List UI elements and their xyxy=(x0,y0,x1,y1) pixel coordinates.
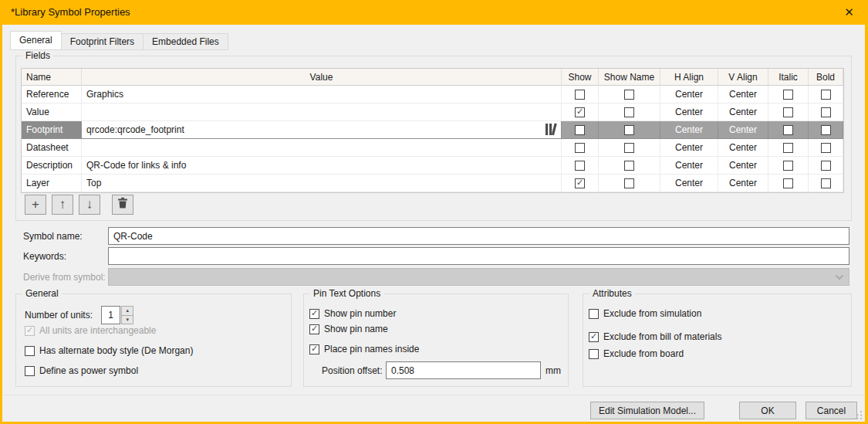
show-checkbox[interactable] xyxy=(575,161,585,171)
show-name-checkbox[interactable] xyxy=(624,178,634,188)
add-field-button[interactable]: + xyxy=(25,195,46,215)
bold-checkbox[interactable] xyxy=(821,125,831,135)
column-header-name[interactable]: Name xyxy=(22,69,82,86)
h-align-cell[interactable]: Center xyxy=(660,86,718,103)
v-align-cell[interactable]: Center xyxy=(718,121,768,139)
bold-checkbox[interactable] xyxy=(821,161,831,171)
ok-button[interactable]: OK xyxy=(739,402,796,419)
option-exclude-from-board[interactable]: Exclude from board xyxy=(589,348,684,360)
keywords-input[interactable] xyxy=(108,247,849,265)
show-name-checkbox[interactable] xyxy=(624,107,634,117)
field-name-cell[interactable]: Footprint xyxy=(22,121,82,139)
column-header-show-name[interactable]: Show Name xyxy=(599,69,660,86)
field-name-cell[interactable]: Layer xyxy=(22,175,82,192)
position-offset-value: 0.508 xyxy=(391,365,414,376)
show-name-checkbox[interactable] xyxy=(624,90,634,100)
place-pin-names-inside-checkbox[interactable] xyxy=(309,344,319,354)
column-header-value[interactable]: Value xyxy=(82,69,562,86)
field-value-cell[interactable]: qrcode:qrcode_footprint xyxy=(82,121,562,139)
show-checkbox[interactable] xyxy=(575,107,585,117)
cancel-button[interactable]: Cancel xyxy=(806,402,857,419)
spin-down-icon[interactable]: ▼ xyxy=(121,315,133,325)
number-of-units-stepper[interactable]: 1 ▲ ▼ xyxy=(101,306,133,324)
column-header-italic[interactable]: Italic xyxy=(768,69,809,86)
fields-table[interactable]: NameValueShowShow NameH AlignV AlignItal… xyxy=(21,68,844,193)
show-pin-number-checkbox[interactable] xyxy=(309,309,319,319)
bold-checkbox[interactable] xyxy=(821,90,831,100)
option-exclude-from-simulation[interactable]: Exclude from simulation xyxy=(589,307,701,320)
italic-checkbox[interactable] xyxy=(783,125,793,135)
v-align-cell[interactable]: Center xyxy=(718,175,768,192)
field-value-cell[interactable] xyxy=(82,139,562,157)
number-of-units-value[interactable]: 1 xyxy=(101,306,120,324)
field-value-cell[interactable]: Graphics xyxy=(82,86,562,103)
show-name-checkbox[interactable] xyxy=(624,161,634,171)
field-name-cell[interactable]: Reference xyxy=(22,86,82,103)
show-checkbox[interactable] xyxy=(575,178,585,188)
fields-table-body: ReferenceGraphicsCenterCenterValueCenter… xyxy=(22,86,843,192)
field-show-name-cell xyxy=(599,121,660,139)
h-align-cell[interactable]: Center xyxy=(660,121,718,139)
move-up-button[interactable]: ↑ xyxy=(52,195,73,215)
v-align-cell[interactable]: Center xyxy=(718,157,768,175)
delete-field-button[interactable] xyxy=(112,195,133,215)
show-name-checkbox[interactable] xyxy=(624,125,634,135)
h-align-cell[interactable]: Center xyxy=(660,139,718,157)
exclude-from-bill-of-materials-checkbox[interactable] xyxy=(589,332,599,342)
show-checkbox[interactable] xyxy=(575,90,585,100)
italic-checkbox[interactable] xyxy=(783,90,793,100)
option-place-pin-names-inside[interactable]: Place pin names inside xyxy=(309,343,419,355)
option-has-alternate-body-style-de-morgan[interactable]: Has alternate body style (De Morgan) xyxy=(25,344,193,357)
v-align-cell[interactable]: Center xyxy=(718,139,768,157)
resize-grip[interactable] xyxy=(853,411,863,420)
field-italic-cell xyxy=(768,121,809,139)
edit-simulation-model-button[interactable]: Edit Simulation Model... xyxy=(590,402,704,419)
bold-checkbox[interactable] xyxy=(821,107,831,117)
column-header-show[interactable]: Show xyxy=(562,69,599,86)
v-align-cell[interactable]: Center xyxy=(718,86,768,103)
field-name-cell[interactable]: Datasheet xyxy=(22,139,82,157)
show-checkbox[interactable] xyxy=(575,143,585,153)
bold-checkbox[interactable] xyxy=(821,143,831,153)
has-alternate-body-style-de-morgan-checkbox[interactable] xyxy=(25,346,35,356)
option-show-pin-number[interactable]: Show pin number xyxy=(309,307,396,320)
field-value-cell[interactable]: QR-Code for links & info xyxy=(82,157,562,175)
exclude-from-board-checkbox[interactable] xyxy=(589,349,599,359)
move-down-button[interactable]: ↓ xyxy=(79,195,100,215)
tab-footprint-filters[interactable]: Footprint Filters xyxy=(61,33,144,50)
symbol-name-input[interactable]: QR-Code xyxy=(108,227,849,245)
table-row-datasheet: DatasheetCenterCenter xyxy=(22,139,843,157)
field-name-cell[interactable]: Value xyxy=(22,103,82,121)
exclude-from-simulation-checkbox[interactable] xyxy=(589,309,599,319)
column-header-bold[interactable]: Bold xyxy=(809,69,843,86)
close-icon[interactable]: ✕ xyxy=(832,0,866,25)
position-offset-input[interactable]: 0.508 xyxy=(386,361,541,379)
trash-icon xyxy=(117,197,128,212)
italic-checkbox[interactable] xyxy=(783,161,793,171)
tab-general[interactable]: General xyxy=(10,31,62,50)
define-as-power-symbol-checkbox[interactable] xyxy=(25,366,35,376)
show-checkbox[interactable] xyxy=(575,125,585,135)
h-align-cell[interactable]: Center xyxy=(660,103,718,121)
h-align-cell[interactable]: Center xyxy=(660,175,718,192)
field-value-cell[interactable] xyxy=(82,103,562,121)
italic-checkbox[interactable] xyxy=(783,107,793,117)
show-pin-name-checkbox[interactable] xyxy=(309,324,319,334)
italic-checkbox[interactable] xyxy=(783,143,793,153)
v-align-cell[interactable]: Center xyxy=(718,103,768,121)
column-header-h-align[interactable]: H Align xyxy=(660,69,718,86)
italic-checkbox[interactable] xyxy=(783,178,793,188)
footer-separator xyxy=(0,395,868,395)
column-header-v-align[interactable]: V Align xyxy=(718,69,768,86)
field-value-cell[interactable]: Top xyxy=(82,175,562,192)
option-show-pin-name[interactable]: Show pin name xyxy=(309,323,388,335)
bold-checkbox[interactable] xyxy=(821,178,831,188)
title-bar[interactable]: *Library Symbol Properties ✕ xyxy=(0,0,868,25)
field-name-cell[interactable]: Description xyxy=(22,157,82,175)
option-exclude-from-bill-of-materials[interactable]: Exclude from bill of materials xyxy=(589,331,721,343)
show-name-checkbox[interactable] xyxy=(624,143,634,153)
option-define-as-power-symbol[interactable]: Define as power symbol xyxy=(25,365,138,377)
h-align-cell[interactable]: Center xyxy=(660,157,718,175)
library-browse-icon[interactable] xyxy=(545,124,559,136)
tab-embedded-files[interactable]: Embedded Files xyxy=(143,33,228,50)
